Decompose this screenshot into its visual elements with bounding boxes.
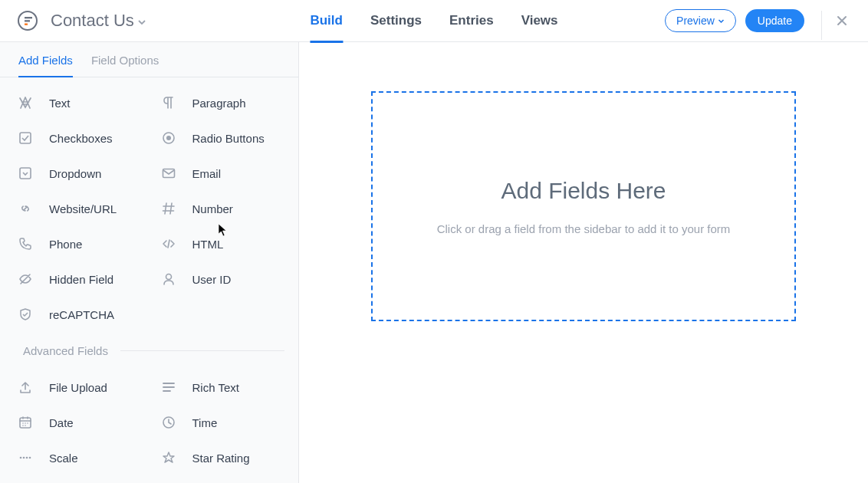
nav-tabs: Build Settings Entries Views: [310, 0, 557, 42]
hash-icon: [160, 200, 177, 217]
field-time[interactable]: Time: [150, 405, 293, 440]
field-star-rating[interactable]: Star Rating: [150, 440, 293, 475]
field-scale[interactable]: Scale: [6, 440, 150, 475]
field-checkboxes[interactable]: Checkboxes: [6, 120, 150, 156]
link-icon: [17, 200, 34, 217]
html-icon: [160, 235, 177, 252]
field-hidden-field[interactable]: Hidden Field: [6, 261, 150, 297]
field-radio-buttons[interactable]: Radio Buttons: [150, 120, 293, 156]
canvas-area: Add Fields Here Click or drag a field fr…: [299, 42, 868, 483]
sidebar-tabs: Add Fields Field Options: [0, 42, 298, 77]
svg-rect-4: [20, 133, 31, 143]
field-label: Email: [192, 167, 222, 180]
field-label: Scale: [49, 452, 78, 465]
field-label: HTML: [192, 238, 224, 251]
field-label: File Upload: [49, 381, 107, 394]
field-number[interactable]: Number: [150, 191, 293, 226]
svg-point-18: [23, 457, 25, 459]
field-email[interactable]: Email: [150, 156, 293, 191]
sidebar-tab-field-options[interactable]: Field Options: [91, 54, 159, 77]
svg-point-19: [26, 457, 28, 459]
field-label: Star Rating: [192, 452, 250, 465]
sidebar: Add Fields Field Options Text Paragraph …: [0, 42, 299, 483]
field-label: Date: [49, 416, 74, 429]
section-label: Advanced Fields: [23, 344, 108, 357]
phone-icon: [17, 235, 34, 252]
tab-settings[interactable]: Settings: [370, 1, 422, 43]
section-advanced-fields: Advanced Fields: [0, 344, 298, 357]
svg-point-11: [22, 422, 24, 424]
svg-rect-8: [163, 169, 174, 178]
dropzone-subtitle: Click or drag a field from the sidebar t…: [437, 222, 731, 235]
field-phone[interactable]: Phone: [6, 226, 150, 261]
field-label: Hidden Field: [49, 273, 113, 286]
field-file-upload[interactable]: File Upload: [6, 370, 150, 405]
svg-rect-1: [25, 17, 32, 18]
svg-point-15: [25, 425, 26, 426]
header-actions: Preview Update: [665, 5, 851, 37]
field-paragraph[interactable]: Paragraph: [150, 85, 293, 120]
page-title-text: Contact Us: [51, 11, 134, 31]
svg-point-9: [166, 274, 171, 280]
divider-line: [120, 350, 284, 351]
field-label: Phone: [49, 238, 82, 251]
time-icon: [160, 414, 177, 431]
hidden-icon: [17, 271, 34, 288]
field-text[interactable]: Text: [6, 85, 150, 120]
field-rich-text[interactable]: Rich Text: [150, 370, 293, 405]
tab-views[interactable]: Views: [521, 1, 558, 43]
field-label: Number: [192, 202, 233, 215]
field-dropdown[interactable]: Dropdown: [6, 156, 150, 191]
richtext-icon: [160, 379, 177, 396]
svg-point-20: [29, 457, 31, 459]
field-label: reCAPTCHA: [49, 308, 114, 321]
field-label: Paragraph: [192, 97, 246, 110]
caret-down-icon: [137, 18, 146, 27]
basic-fields-grid: Text Paragraph Checkboxes Radio Buttons …: [0, 77, 298, 340]
field-label: Website/URL: [49, 202, 117, 215]
divider: [821, 11, 822, 40]
dropdown-icon: [17, 165, 34, 182]
close-icon: [836, 15, 848, 27]
app-logo: [17, 10, 38, 31]
field-recaptcha[interactable]: reCAPTCHA: [6, 297, 150, 332]
field-label: User ID: [192, 273, 232, 286]
field-label: Checkboxes: [49, 132, 113, 145]
field-user-id[interactable]: User ID: [150, 261, 293, 297]
field-label: Rich Text: [192, 381, 239, 394]
shield-icon: [17, 306, 34, 323]
svg-rect-2: [25, 20, 30, 21]
svg-point-14: [22, 425, 24, 426]
dropzone[interactable]: Add Fields Here Click or drag a field fr…: [371, 91, 796, 321]
field-label: Text: [49, 97, 71, 110]
date-icon: [17, 414, 34, 431]
app-header: Contact Us Build Settings Entries Views …: [0, 0, 868, 42]
field-label: Dropdown: [49, 167, 101, 180]
radio-icon: [160, 130, 177, 146]
field-label: Radio Buttons: [192, 132, 265, 145]
sidebar-tab-add-fields[interactable]: Add Fields: [18, 54, 73, 77]
preview-button[interactable]: Preview: [665, 9, 736, 32]
checkbox-icon: [17, 130, 34, 146]
upload-icon: [17, 379, 34, 396]
field-html[interactable]: HTML: [150, 226, 293, 261]
paragraph-icon: [160, 94, 177, 111]
user-icon: [160, 271, 177, 288]
star-icon: [160, 449, 177, 466]
text-icon: [17, 94, 34, 111]
svg-rect-3: [25, 24, 28, 25]
field-website-url[interactable]: Website/URL: [6, 191, 150, 226]
dropzone-title: Add Fields Here: [501, 178, 666, 204]
svg-point-17: [20, 457, 22, 459]
field-date[interactable]: Date: [6, 405, 150, 440]
tab-build[interactable]: Build: [310, 1, 343, 43]
email-icon: [160, 165, 177, 182]
svg-point-13: [27, 422, 28, 424]
main-content: Add Fields Field Options Text Paragraph …: [0, 42, 868, 483]
tab-entries[interactable]: Entries: [449, 1, 494, 43]
close-button[interactable]: [833, 12, 851, 30]
caret-down-icon: [718, 18, 725, 25]
update-button[interactable]: Update: [745, 9, 804, 32]
page-title-dropdown[interactable]: Contact Us: [51, 11, 146, 31]
field-label: Time: [192, 416, 218, 429]
